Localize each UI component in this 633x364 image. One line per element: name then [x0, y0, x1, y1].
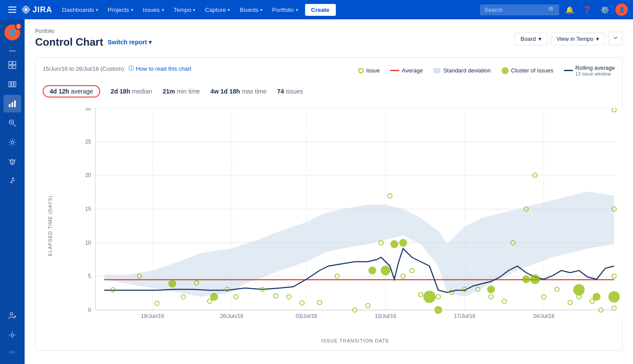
stat-max: 4w 1d 18h max time: [211, 88, 267, 95]
svg-line-16: [13, 124, 16, 126]
sidebar-avatar[interactable]: 🌐 0: [4, 25, 20, 40]
svg-point-27: [10, 313, 13, 315]
search-icon: 🔍: [548, 6, 556, 13]
svg-rect-1: [8, 9, 16, 10]
chart-top-bar: 15/Jun/16 to 26/Jul/16 (Custom) ⓘ How to…: [43, 65, 615, 76]
svg-text:26/Jun/16: 26/Jun/16: [220, 313, 244, 319]
chart-date-range: 15/Jun/16 to 26/Jul/16 (Custom): [43, 65, 124, 72]
sidebar-item-runner[interactable]: [4, 172, 21, 190]
svg-point-30: [11, 334, 14, 336]
svg-point-110: [593, 293, 600, 301]
search-input[interactable]: [480, 4, 559, 15]
topnav-right: 🔍 🔔 ❓ ⚙️ 👤: [480, 3, 628, 17]
chart-container: 15/Jun/16 to 26/Jul/16 (Custom) ⓘ How to…: [35, 57, 622, 351]
svg-point-100: [390, 240, 398, 248]
nav-dashboards[interactable]: Dashboards▾: [58, 4, 102, 16]
sidebar-bottom: >>: [4, 307, 21, 359]
sidebar-more[interactable]: •••: [9, 47, 16, 54]
svg-rect-13: [11, 102, 13, 107]
chevron-down-icon: ▾: [296, 7, 298, 12]
legend-std: Standard deviation: [433, 67, 491, 74]
svg-rect-2: [8, 12, 16, 13]
sidebar-item-columns[interactable]: [4, 76, 21, 93]
help-circle-icon: ⓘ: [128, 65, 134, 72]
legend-std-rect: [433, 68, 440, 73]
sidebar-item-bug[interactable]: [4, 153, 21, 170]
page-header: Portfolio Control Chart Switch report ▾ …: [35, 28, 622, 48]
chart-help-link[interactable]: ⓘ How to read this chart: [128, 65, 191, 72]
sidebar-item-add-user[interactable]: [4, 307, 21, 324]
legend-issue-dot: [358, 68, 364, 73]
svg-point-106: [487, 285, 495, 293]
legend-cluster-dot: [502, 67, 509, 74]
jira-logo[interactable]: JIRA: [21, 5, 52, 14]
stat-min: 21m min time: [163, 88, 200, 95]
svg-point-26: [12, 177, 14, 179]
svg-text:03/Jul/16: 03/Jul/16: [296, 313, 317, 319]
settings-icon[interactable]: ⚙️: [598, 3, 612, 17]
nav-issues[interactable]: Issues▾: [138, 4, 168, 16]
svg-text:17/Jul/16: 17/Jul/16: [454, 313, 476, 319]
chevron-down-icon: ▾: [228, 7, 230, 12]
chevron-down-icon: ▾: [193, 7, 195, 12]
view-in-tempo-button[interactable]: View in Tempo ▾: [551, 32, 605, 45]
sidebar-item-search[interactable]: [4, 114, 21, 132]
svg-text:24/Jul/16: 24/Jul/16: [533, 313, 555, 319]
main-content: Portfolio Control Chart Switch report ▾ …: [25, 19, 633, 364]
control-chart: 0 5 10 15 20 25 30: [69, 108, 623, 336]
stat-median: 2d 18h median: [111, 88, 152, 95]
switch-report-button[interactable]: Switch report ▾: [108, 39, 152, 46]
x-axis-label: ISSUE TRANSITION DATE: [95, 338, 615, 343]
header-actions: Board ▾ View in Tempo ▾: [515, 32, 622, 46]
svg-rect-7: [9, 65, 12, 68]
svg-text:10/Jul/16: 10/Jul/16: [375, 313, 397, 319]
legend-cluster: Cluster of issues: [502, 67, 553, 74]
search-wrapper: 🔍: [480, 4, 559, 15]
create-button[interactable]: Create: [305, 4, 336, 16]
stat-issues: 74 issues: [277, 88, 303, 95]
legend-rolling-line: [564, 70, 573, 71]
nav-capture[interactable]: Capture▾: [200, 4, 234, 16]
svg-point-19: [11, 141, 14, 144]
svg-point-102: [423, 291, 436, 303]
chart-svg-wrapper: ELAPSED TIME (DAYS) 0 5 10 15: [43, 108, 615, 343]
sidebar-item-settings[interactable]: [4, 133, 21, 151]
board-button[interactable]: Board ▾: [515, 32, 547, 45]
sidebar-badge: 0: [15, 23, 22, 30]
nav-projects[interactable]: Projects▾: [103, 4, 138, 16]
chart-legend: Issue Average Standard deviation: [358, 65, 615, 76]
help-icon[interactable]: ❓: [580, 3, 594, 17]
avatar[interactable]: 👤: [615, 4, 628, 16]
svg-point-107: [522, 275, 530, 283]
page-title-section: Portfolio Control Chart Switch report ▾: [35, 28, 152, 48]
chevron-down-icon: ▾: [131, 7, 133, 12]
svg-point-96: [168, 280, 176, 288]
sidebar-item-chart[interactable]: [4, 95, 21, 112]
svg-rect-6: [13, 61, 16, 65]
sidebar-expand[interactable]: >>: [6, 346, 19, 359]
collapse-button[interactable]: [608, 32, 622, 46]
svg-rect-11: [14, 82, 16, 87]
svg-line-25: [15, 159, 16, 161]
sidebar-item-board[interactable]: [4, 56, 21, 74]
svg-rect-9: [9, 82, 11, 87]
main-navigation: Dashboards▾ Projects▾ Issues▾ Tempo▾ Cap…: [58, 4, 478, 16]
nav-tempo[interactable]: Tempo▾: [169, 4, 200, 16]
svg-line-24: [9, 159, 10, 161]
chevron-down-icon: ▾: [260, 7, 262, 12]
nav-portfolio[interactable]: Portfolio▾: [268, 4, 302, 16]
chevron-down-icon: ▾: [162, 7, 164, 12]
svg-rect-12: [9, 104, 11, 107]
hamburger-menu[interactable]: [5, 3, 19, 17]
sidebar: 🌐 0 ••• >>: [0, 19, 25, 364]
top-navigation: JIRA Dashboards▾ Projects▾ Issues▾ Tempo…: [0, 0, 633, 19]
svg-point-109: [573, 284, 585, 296]
svg-rect-0: [8, 7, 16, 7]
nav-boards[interactable]: Boards▾: [235, 4, 267, 16]
svg-rect-8: [13, 65, 16, 68]
sidebar-item-gear[interactable]: [4, 326, 21, 344]
legend-issue: Issue: [358, 67, 380, 74]
svg-text:15: 15: [85, 206, 91, 212]
notifications-icon[interactable]: 🔔: [563, 3, 577, 17]
svg-rect-10: [11, 82, 13, 87]
